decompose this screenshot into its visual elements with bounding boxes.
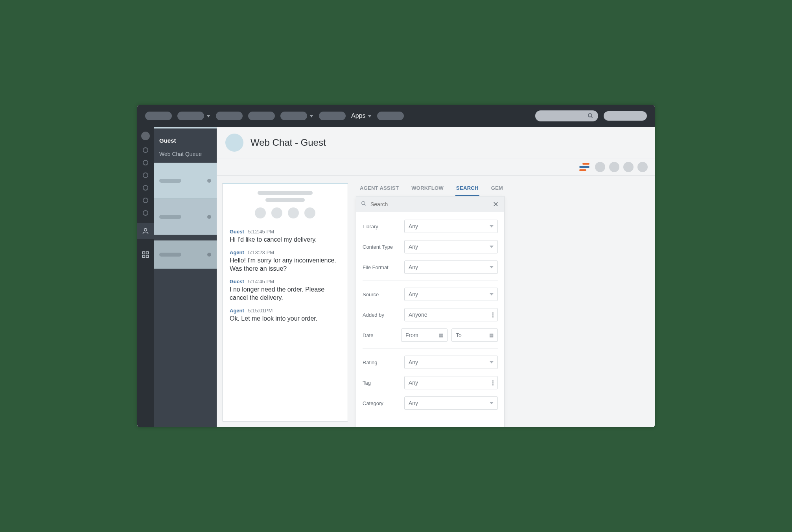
calendar-icon: ▦ [439,332,443,338]
search-icon [588,113,593,120]
chat-sender: Agent [230,308,244,314]
nav-placeholder-1[interactable] [145,112,172,120]
chat-sender: Guest [230,279,244,284]
chat-message: Guest 5:12:45 PM Hi I'd like to cancel m… [230,229,341,244]
sidebar-subtitle[interactable]: Web Chat Queue [154,148,217,163]
date-label: Date [363,332,397,338]
tab-agent-assist[interactable]: AGENT ASSIST [359,183,400,196]
nav-dropdown-2[interactable] [280,112,313,120]
tool-strip [217,158,655,176]
rail-person-icon[interactable] [137,223,154,239]
date-from-input[interactable]: From ▦ [401,328,448,342]
chat-timestamp: 5:13:23 PM [248,249,274,255]
chevron-down-icon [490,225,494,227]
nav-placeholder-3[interactable] [216,112,243,120]
global-search-input[interactable] [535,110,598,121]
chat-card: Guest 5:12:45 PM Hi I'd like to cancel m… [222,183,348,422]
nav-apps-dropdown[interactable]: Apps [351,112,372,119]
library-select[interactable]: Any [404,220,498,233]
panel-tabs: AGENT ASSIST WORKFLOW SEARCH GEM [356,183,648,196]
tool-action-3[interactable] [623,162,634,172]
close-icon[interactable]: ✕ [492,200,499,209]
brand-icon[interactable] [579,163,589,171]
chat-text: Hi I'd like to cancel my delivery. [230,235,341,244]
sidebar: Guest Web Chat Queue [154,127,217,427]
library-label: Library [363,224,400,229]
icon-rail [137,127,154,427]
chat-message: Agent 5:13:23 PM Hello! I'm sorry for an… [230,249,341,273]
main: Web Chat - Guest [217,127,655,427]
search-panel-actions: RESET SEARCH [356,420,504,427]
chat-timestamp: 5:12:45 PM [248,229,274,235]
svg-point-7 [362,202,365,205]
svg-line-1 [591,116,592,117]
calendar-icon: ▦ [489,332,494,338]
sidebar-queue-item-1[interactable] [154,163,217,199]
rail-apps-icon[interactable] [137,246,154,263]
rail-avatar[interactable] [141,132,150,140]
nav-dropdown-1[interactable] [177,112,210,120]
content-type-select[interactable]: Any [404,240,498,253]
chevron-down-icon [490,293,494,295]
svg-point-2 [144,228,147,231]
tag-select[interactable]: Any [404,376,498,389]
added-by-select[interactable]: Anyone [404,308,498,321]
nav-placeholder-6[interactable] [319,112,346,120]
conversation-avatar [225,134,243,152]
rail-status-6[interactable] [143,210,148,216]
rail-status-2[interactable] [143,160,148,165]
rail-status-3[interactable] [143,172,148,178]
category-label: Category [363,400,400,406]
nav-apps-label: Apps [351,112,365,119]
sidebar-queue-item-2[interactable] [154,199,217,235]
svg-point-0 [588,114,592,117]
search-button[interactable]: SEARCH [454,427,498,427]
search-bar: ✕ [356,196,504,212]
nav-placeholder-7[interactable] [377,112,404,120]
source-select[interactable]: Any [404,288,498,301]
svg-rect-4 [146,252,149,254]
tool-action-2[interactable] [609,162,619,172]
rail-status-4[interactable] [143,185,148,191]
user-menu[interactable] [604,111,647,121]
chevron-down-icon [309,115,313,117]
nav-placeholder-4[interactable] [248,112,275,120]
more-options-icon [492,380,494,385]
sidebar-item-status-dot [207,215,211,219]
chat-header-avatars [230,207,341,218]
tab-gem[interactable]: GEM [490,183,504,196]
sidebar-item-status-dot [207,179,211,183]
chevron-down-icon [490,246,494,248]
tab-workflow[interactable]: WORKFLOW [411,183,444,196]
chat-sender: Agent [230,249,244,255]
sidebar-item-placeholder [159,253,181,257]
more-options-icon [492,312,494,317]
conversation-title: Web Chat - Guest [250,137,326,148]
panel-column: AGENT ASSIST WORKFLOW SEARCH GEM ✕ [356,183,648,422]
search-input[interactable] [370,201,488,207]
chevron-down-icon [490,266,494,268]
rail-status-1[interactable] [143,147,148,153]
chat-message: Agent 5:15:01PM Ok. Let me look into you… [230,308,341,323]
search-icon [361,201,367,208]
chat-message: Guest 5:14:45 PM I no longer need the or… [230,279,341,302]
chevron-down-icon [490,402,494,404]
date-to-input[interactable]: To ▦ [451,328,498,342]
sidebar-queue-item-3[interactable] [154,240,217,269]
file-format-select[interactable]: Any [404,260,498,274]
content-type-label: Content Type [363,244,400,250]
file-format-label: File Format [363,264,400,270]
tool-action-4[interactable] [637,162,648,172]
main-header: Web Chat - Guest [217,127,655,158]
tab-search[interactable]: SEARCH [455,183,479,196]
chat-sender: Guest [230,229,244,235]
added-by-label: Added by [363,312,400,318]
chevron-down-icon [490,361,494,363]
rail-status-5[interactable] [143,198,148,203]
search-panel: ✕ Library Any Content Typ [356,196,505,427]
rating-select[interactable]: Any [404,356,498,369]
chat-timestamp: 5:15:01PM [248,308,273,314]
category-select[interactable]: Any [404,396,498,410]
tool-action-1[interactable] [595,162,605,172]
tag-label: Tag [363,380,400,386]
